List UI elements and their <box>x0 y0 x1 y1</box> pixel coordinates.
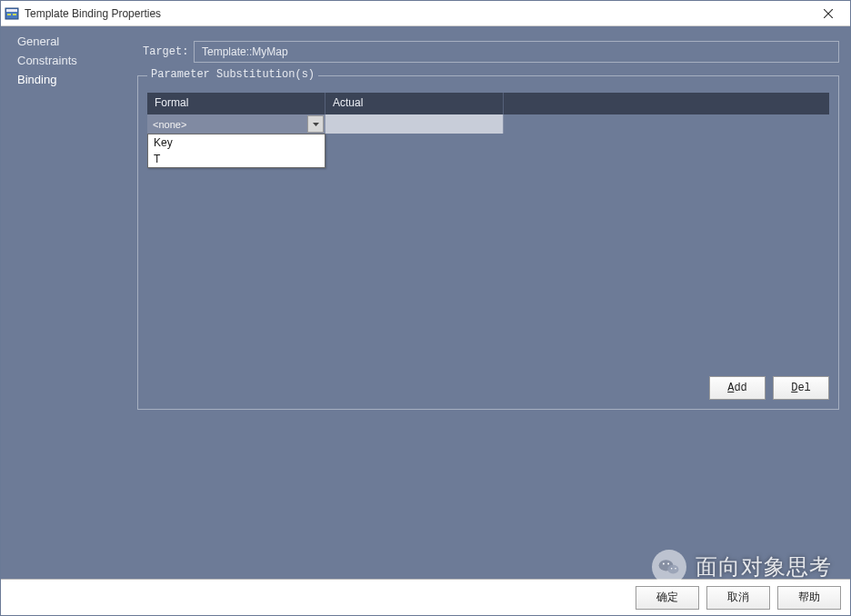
sidebar-item-binding[interactable]: Binding <box>1 70 134 89</box>
formal-cell-value: <none> <box>153 119 186 130</box>
target-field[interactable] <box>194 41 839 63</box>
del-button-rest: el <box>797 382 810 394</box>
target-label: Target: <box>137 45 194 58</box>
parameter-substitution-group: Parameter Substitution(s) Formal Actual … <box>137 75 839 410</box>
cancel-button[interactable]: 取消 <box>706 586 770 610</box>
ok-button[interactable]: 确定 <box>636 586 699 610</box>
help-button[interactable]: 帮助 <box>777 586 841 610</box>
add-button-mnemonic: A <box>727 382 734 394</box>
formal-cell[interactable]: <none> <box>147 114 325 134</box>
dialog-body: General Constraints Binding Target: Para… <box>1 26 850 579</box>
table-header: Formal Actual <box>147 93 829 114</box>
dialog-window: Template Binding Properties General Cons… <box>0 0 851 616</box>
window-title: Template Binding Properties <box>25 7 808 20</box>
substitution-table: Formal Actual <none> <box>147 93 829 367</box>
row-spacer <box>504 114 829 134</box>
del-button-mnemonic: D <box>791 382 797 394</box>
actual-cell[interactable] <box>325 114 504 134</box>
close-button[interactable] <box>808 2 848 25</box>
title-bar: Template Binding Properties <box>1 1 850 26</box>
column-header-actual[interactable]: Actual <box>325 93 504 114</box>
del-button[interactable]: Del <box>773 376 829 400</box>
dropdown-option-key[interactable]: Key <box>148 134 325 151</box>
close-icon <box>824 9 833 18</box>
svg-marker-6 <box>313 123 319 126</box>
group-button-row: Add Del <box>147 376 829 400</box>
formal-dropdown-button[interactable] <box>307 115 324 133</box>
column-header-formal[interactable]: Formal <box>147 93 325 114</box>
app-icon <box>5 6 19 21</box>
sidebar-item-general[interactable]: General <box>1 32 134 51</box>
column-header-spacer <box>504 93 829 114</box>
dialog-footer: 确定 取消 帮助 <box>1 579 850 615</box>
content-pane: Target: Parameter Substitution(s) Formal… <box>134 26 850 579</box>
svg-rect-3 <box>13 14 16 15</box>
sidebar-item-constraints[interactable]: Constraints <box>1 51 134 70</box>
svg-rect-1 <box>6 9 17 12</box>
chevron-down-icon <box>313 123 319 126</box>
svg-rect-2 <box>7 14 11 15</box>
table-row: <none> <box>147 114 829 134</box>
sidebar-nav: General Constraints Binding <box>1 26 134 579</box>
target-row: Target: <box>137 41 839 63</box>
group-legend: Parameter Substitution(s) <box>147 68 318 81</box>
dropdown-option-t[interactable]: T <box>148 151 325 167</box>
formal-dropdown-list[interactable]: Key T <box>147 134 325 168</box>
add-button-rest: dd <box>734 382 746 394</box>
add-button[interactable]: Add <box>709 376 766 400</box>
